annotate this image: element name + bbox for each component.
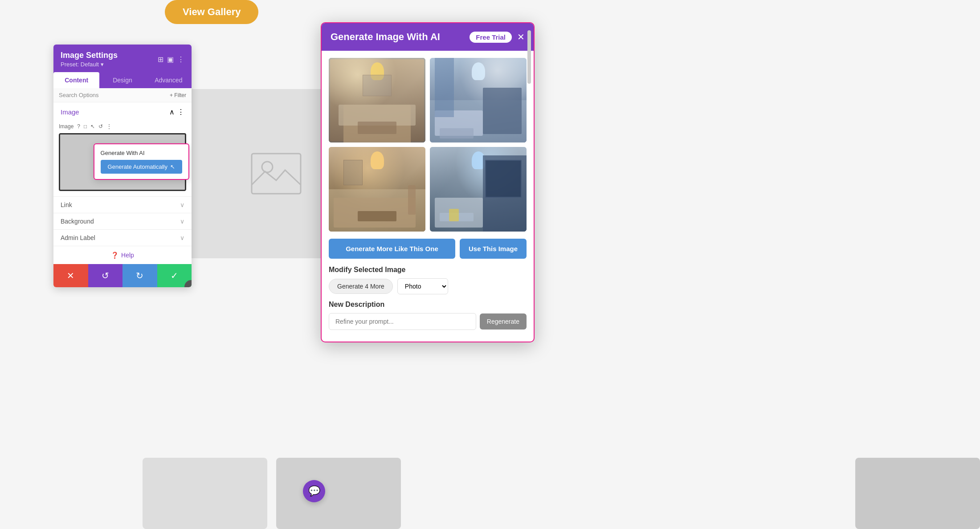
regenerate-button[interactable]: Regenerate (480, 313, 527, 330)
search-placeholder-text: Search Options (59, 92, 170, 98)
ai-image-grid (329, 58, 527, 232)
panel-tabs: Content Design Advanced (53, 72, 192, 88)
panel-title: Image Settings (61, 51, 118, 60)
new-description-section: New Description Regenerate (329, 301, 527, 330)
chevron-up-icon[interactable]: ∧ (169, 108, 175, 116)
ai-dialog-header-right: Free Trial ✕ (470, 32, 525, 43)
cursor-icon: ↖ (170, 163, 175, 170)
link-chevron-down-icon: ∨ (180, 201, 184, 208)
new-description-title: New Description (329, 301, 527, 309)
panel-icon-settings[interactable]: ⊞ (158, 55, 163, 64)
panel-subtitle: Preset: Default ▾ (61, 61, 118, 68)
view-gallery-button[interactable]: View Gallery (165, 0, 258, 24)
background-chevron-down-icon: ∨ (180, 218, 184, 225)
ai-dialog-title: Generate Image With AI (331, 31, 440, 43)
undo-button[interactable]: ↺ (88, 264, 123, 287)
toolbar-reset-icon[interactable]: ↺ (98, 123, 103, 130)
admin-label-section[interactable]: Admin Label ∨ (53, 230, 192, 246)
toolbar-help-icon[interactable]: ? (77, 123, 80, 130)
generate-automatically-button[interactable]: Generate Automatically ↖ (101, 160, 182, 174)
generate-auto-label: Generate Automatically (108, 163, 167, 170)
tab-design[interactable]: Design (99, 72, 145, 88)
panel-header-icons: ⊞ ▣ ⋮ (158, 55, 184, 64)
image-section: Image ∧ ⋮ Image ? □ ↖ ↺ ⋮ Generate Wit (53, 102, 192, 197)
redo-button[interactable]: ↻ (122, 264, 157, 287)
toolbar-box-icon[interactable]: □ (84, 123, 87, 130)
more-options-icon[interactable]: ⋮ (177, 108, 184, 116)
generate-more-button[interactable]: Generate More Like This One (329, 239, 455, 259)
ai-action-buttons: Generate More Like This One Use This Ima… (329, 239, 527, 259)
background-section[interactable]: Background ∨ (53, 213, 192, 230)
image-section-header[interactable]: Image ∧ ⋮ (53, 102, 192, 122)
help-label: Help (121, 252, 134, 259)
background-section-title: Background (61, 218, 94, 225)
image-section-icons: ∧ ⋮ (169, 108, 184, 116)
tab-content[interactable]: Content (53, 72, 99, 88)
scrollbar-thumb[interactable] (527, 30, 531, 84)
ai-image-1[interactable] (329, 58, 425, 142)
tab-advanced[interactable]: Advanced (146, 72, 192, 88)
modify-section: Modify Selected Image Generate 4 More Ph… (329, 266, 527, 294)
ai-dialog-header: Generate Image With AI Free Trial ✕ (322, 23, 534, 51)
bottom-image-1 (143, 458, 267, 529)
bottom-image-3 (855, 458, 980, 529)
new-description-row: Regenerate (329, 313, 527, 330)
modify-section-title: Modify Selected Image (329, 266, 527, 274)
panel-icon-split[interactable]: ▣ (167, 55, 174, 64)
toolbar-cursor-icon[interactable]: ↖ (90, 123, 95, 130)
ai-image-4[interactable] (430, 147, 527, 232)
chat-bubble[interactable]: 💬 (303, 480, 325, 502)
style-select[interactable]: Photo Illustration 3D Render (397, 278, 448, 294)
cancel-button[interactable]: ✕ (53, 264, 88, 287)
use-image-button[interactable]: Use This Image (460, 239, 527, 259)
filter-button[interactable]: + Filter (170, 92, 186, 98)
image-toolbar: Image ? □ ↖ ↺ ⋮ (53, 122, 192, 133)
toolbar-image-label: Image (59, 123, 74, 130)
panel-header: Image Settings Preset: Default ▾ ⊞ ▣ ⋮ (53, 45, 192, 72)
ai-dialog-body: Generate More Like This One Use This Ima… (322, 51, 534, 342)
image-settings-panel: Image Settings Preset: Default ▾ ⊞ ▣ ⋮ C… (53, 45, 192, 287)
link-section-title: Link (61, 201, 72, 208)
ai-image-3[interactable] (329, 147, 425, 232)
panel-search: Search Options + Filter (53, 88, 192, 102)
close-dialog-button[interactable]: ✕ (517, 33, 525, 41)
new-description-input[interactable] (329, 313, 476, 330)
free-trial-badge: Free Trial (470, 32, 512, 43)
svg-point-1 (262, 162, 273, 172)
generate-4-more-button[interactable]: Generate 4 More (329, 279, 393, 294)
bottom-image-2 (276, 458, 401, 529)
admin-label-section-title: Admin Label (61, 234, 95, 241)
generate-popup-title: Generate With AI (101, 150, 182, 156)
svg-rect-0 (252, 154, 301, 194)
help-circle-icon: ❓ (111, 252, 118, 259)
image-preview-area: Generate With AI Generate Automatically … (59, 133, 186, 191)
ai-generate-dialog: Generate Image With AI Free Trial ✕ (321, 22, 535, 342)
panel-bottom-bar: ✕ ↺ ↻ ✓ ↙ (53, 264, 192, 287)
admin-label-chevron-down-icon: ∨ (180, 234, 184, 241)
toolbar-dots-icon[interactable]: ⋮ (106, 123, 112, 130)
modify-controls: Generate 4 More Photo Illustration 3D Re… (329, 278, 527, 294)
ai-image-2[interactable] (430, 58, 527, 142)
image-section-title: Image (61, 108, 79, 116)
panel-icon-more[interactable]: ⋮ (177, 55, 184, 64)
help-section[interactable]: ❓ Help (53, 246, 192, 264)
link-section[interactable]: Link ∨ (53, 197, 192, 213)
generate-with-ai-popup: Generate With AI Generate Automatically … (94, 143, 189, 180)
